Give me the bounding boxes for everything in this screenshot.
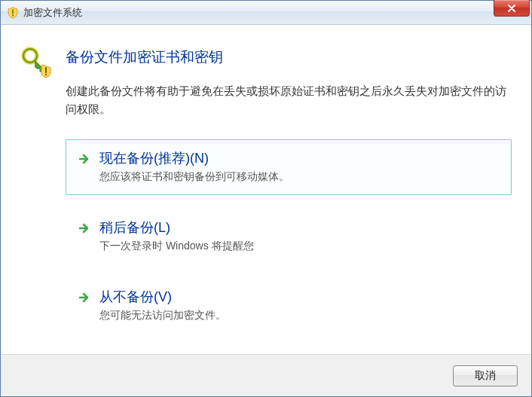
- option-title: 稍后备份(L): [99, 218, 500, 237]
- option-title: 从不备份(V): [99, 288, 500, 306]
- option-text: 现在备份(推荐)(N) 您应该将证书和密钥备份到可移动媒体。: [99, 149, 500, 184]
- close-button[interactable]: [494, 0, 530, 17]
- option-subtitle: 您应该将证书和密钥备份到可移动媒体。: [99, 170, 500, 184]
- options-list: 现在备份(推荐)(N) 您应该将证书和密钥备份到可移动媒体。 稍后备份(L) 下…: [66, 139, 512, 334]
- dialog-footer: 取消: [1, 354, 531, 396]
- svg-point-3: [45, 74, 47, 75]
- arrow-right-icon: [77, 291, 90, 304]
- option-title: 现在备份(推荐)(N): [99, 149, 500, 167]
- arrow-right-icon: [77, 152, 90, 166]
- option-backup-now[interactable]: 现在备份(推荐)(N) 您应该将证书和密钥备份到可移动媒体。: [66, 139, 512, 195]
- dialog-content: 备份文件加密证书和密钥 创建此备份文件将有助于避免在丢失或损坏原始证书和密钥之后…: [1, 25, 531, 354]
- header-text: 备份文件加密证书和密钥: [66, 46, 512, 82]
- option-subtitle: 下一次登录时 Windows 将提醒您: [99, 240, 500, 253]
- cancel-button[interactable]: 取消: [453, 365, 518, 386]
- dialog-description: 创建此备份文件将有助于避免在丢失或损坏原始证书和密钥之后永久丢失对加密文件的访问…: [66, 82, 512, 118]
- shield-warning-icon: [7, 7, 19, 19]
- option-text: 从不备份(V) 您可能无法访问加密文件。: [99, 288, 500, 322]
- header-row: 备份文件加密证书和密钥: [20, 46, 512, 82]
- option-never-backup[interactable]: 从不备份(V) 您可能无法访问加密文件。: [66, 278, 512, 334]
- option-subtitle: 您可能无法访问加密文件。: [99, 309, 500, 322]
- svg-point-0: [12, 14, 14, 16]
- window-title: 加密文件系统: [23, 6, 82, 20]
- option-backup-later[interactable]: 稍后备份(L) 下一次登录时 Windows 将提醒您: [66, 209, 512, 264]
- arrow-right-icon: [77, 221, 90, 235]
- titlebar: 加密文件系统: [1, 1, 531, 25]
- key-shield-icon: [20, 46, 52, 78]
- close-icon: [507, 5, 516, 12]
- dialog-window: 加密文件系统 备份文件加密证书和密钥 创建此备份文: [0, 0, 532, 397]
- option-text: 稍后备份(L) 下一次登录时 Windows 将提醒您: [99, 218, 500, 253]
- dialog-heading: 备份文件加密证书和密钥: [66, 47, 512, 67]
